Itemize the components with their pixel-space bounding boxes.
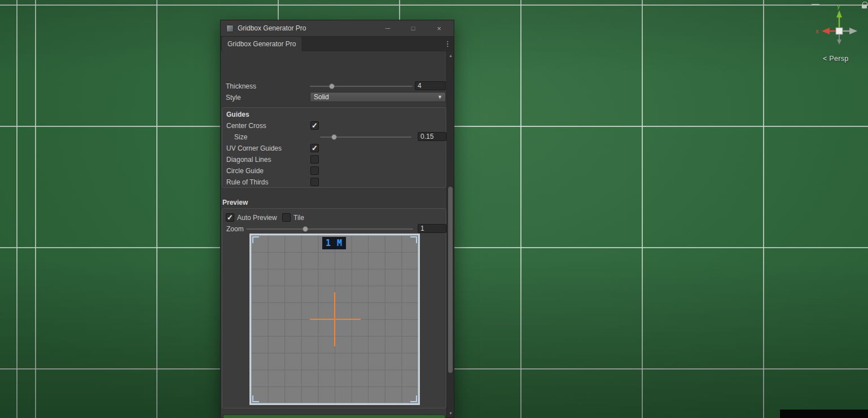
style-label: Style: [226, 94, 241, 102]
circle-guide-label: Circle Guide: [226, 167, 264, 175]
window-titlebar[interactable]: Gridbox Generator Pro ─ □ ×: [221, 20, 454, 37]
zoom-label: Zoom: [226, 225, 244, 233]
texture-size-label: 1 M: [322, 237, 346, 249]
thickness-label: Thickness: [226, 82, 256, 90]
minimize-button[interactable]: ─: [383, 20, 393, 37]
auto-preview-label: Auto Preview: [237, 214, 277, 222]
window-icon: [226, 25, 234, 32]
generate-apply-button[interactable]: ✓Generate & Apply to Selected: [223, 415, 445, 418]
zoom-slider[interactable]: [246, 228, 413, 230]
circle-guide-checkbox[interactable]: [310, 166, 319, 175]
close-button[interactable]: ×: [434, 20, 444, 37]
style-dropdown-value: Solid: [314, 93, 329, 101]
uv-corner-guides-checkbox[interactable]: [310, 144, 319, 152]
texture-preview-image: 1 M: [249, 234, 420, 405]
size-label: Size: [234, 133, 247, 141]
thickness-slider-handle[interactable]: [329, 83, 335, 89]
tab-gridbox-generator-pro[interactable]: Gridbox Generator Pro: [222, 37, 301, 51]
uv-corner-guide-icon: [410, 236, 417, 243]
auto-preview-checkbox[interactable]: [226, 213, 234, 222]
axis-gizmo-icon: y x: [813, 2, 867, 54]
bottom-right-panel: [780, 410, 868, 418]
scroll-up-arrow-icon[interactable]: ▲: [447, 54, 454, 58]
center-cross-horizontal: [310, 319, 361, 320]
maximize-button[interactable]: □: [408, 20, 418, 37]
uv-corner-guide-icon: [252, 236, 259, 243]
preview-groupbox: Auto Preview Tile Zoom 1 1 M: [222, 208, 446, 408]
gizmo-x-label: x: [816, 28, 819, 34]
uv-corner-guide-icon: [410, 395, 417, 402]
gizmo-y-label: y: [837, 3, 840, 10]
window-content: Thickness 4 Style Solid ▼ Guides Center …: [221, 51, 446, 417]
guides-header: Guides: [226, 111, 249, 118]
size-slider[interactable]: [320, 137, 411, 138]
zoom-value-field[interactable]: 1: [418, 224, 446, 233]
kebab-menu-icon[interactable]: ⋮: [443, 37, 452, 51]
zoom-slider-handle[interactable]: [303, 226, 308, 232]
persp-mode-label[interactable]: < Persp: [823, 55, 849, 63]
window-title: Gridbox Generator Pro: [238, 20, 306, 37]
preview-header: Preview: [222, 199, 248, 206]
scene-gizmo[interactable]: y x: [813, 2, 867, 54]
rule-of-thirds-checkbox[interactable]: [310, 178, 319, 186]
rule-of-thirds-label: Rule of Thirds: [226, 178, 268, 186]
thickness-slider[interactable]: [310, 86, 413, 87]
size-slider-handle[interactable]: [331, 134, 337, 140]
scroll-down-arrow-icon[interactable]: ▼: [447, 411, 454, 415]
center-cross-label: Center Cross: [226, 122, 266, 130]
uv-corner-guide-icon: [252, 395, 259, 402]
style-dropdown[interactable]: Solid ▼: [310, 92, 446, 102]
tile-label: Tile: [293, 214, 304, 222]
vertical-scrollbar[interactable]: ▲ ▼: [446, 51, 454, 417]
diagonal-lines-label: Diagonal Lines: [226, 156, 271, 164]
scrollbar-thumb[interactable]: [448, 187, 453, 373]
gridbox-generator-window: Gridbox Generator Pro ─ □ × Gridbox Gene…: [220, 20, 454, 418]
chevron-down-icon: ▼: [437, 93, 442, 102]
center-cross-checkbox[interactable]: [310, 121, 319, 130]
size-value-field[interactable]: 0.15: [418, 132, 446, 141]
tab-bar: Gridbox Generator Pro ⋮: [221, 37, 454, 51]
diagonal-lines-checkbox[interactable]: [310, 155, 319, 164]
thickness-value-field[interactable]: 4: [415, 81, 446, 90]
uv-corner-guides-label: UV Corner Guides: [226, 144, 282, 152]
guides-groupbox: Guides Center Cross Size 0.15 UV Corner …: [222, 107, 446, 188]
tile-checkbox[interactable]: [282, 213, 291, 222]
